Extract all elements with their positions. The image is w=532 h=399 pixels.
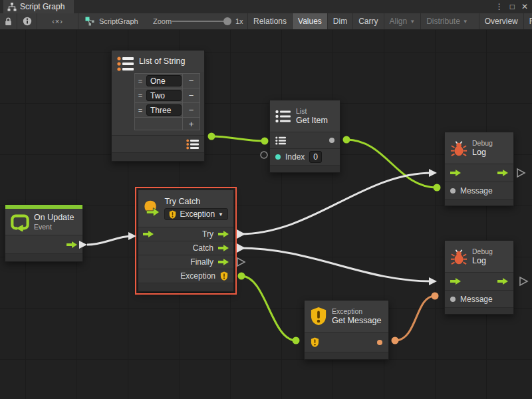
index-label: Index <box>285 152 305 162</box>
remove-item-button[interactable]: − <box>182 103 200 117</box>
node-debug-log-bottom[interactable]: Debug Log Message <box>444 240 514 315</box>
relations-button[interactable]: Relations <box>247 13 292 29</box>
exception-port-label: Exception <box>180 271 215 281</box>
script-graph-window: Script Graph ⋮ □ ✕ ‹×› <box>0 0 532 399</box>
maximize-icon[interactable]: □ <box>510 0 515 13</box>
drag-handle-icon[interactable]: = <box>135 103 146 117</box>
try-port-row: Try <box>138 227 233 241</box>
try-output-port[interactable] <box>218 231 229 237</box>
distribute-button[interactable]: Distribute▼ <box>420 13 473 29</box>
lock-button[interactable] <box>0 13 17 29</box>
list-item-field[interactable]: One <box>146 75 182 86</box>
node-category: Debug <box>472 139 493 148</box>
node-category: Exception <box>332 307 381 316</box>
exception-dropdown-label: Exception <box>180 209 215 219</box>
flow-handle-finally-unconnected[interactable] <box>237 258 245 266</box>
window-menu-icon[interactable]: ⋮ <box>495 0 503 13</box>
align-button[interactable]: Align▼ <box>384 13 421 29</box>
node-debug-log-top[interactable]: Debug Log Message <box>444 132 514 206</box>
flow-input-port[interactable] <box>143 231 154 237</box>
drag-handle-icon[interactable]: = <box>135 88 146 102</box>
add-item-button[interactable]: + <box>182 118 200 130</box>
list-output-port-icon[interactable] <box>186 139 200 150</box>
list-editor-footer: + <box>135 118 200 130</box>
wire-onupdate-to-trycatch[interactable] <box>87 236 132 245</box>
message-input-port[interactable] <box>450 297 456 302</box>
chevron-down-icon: ▼ <box>463 19 468 25</box>
wire-try-to-debugtop[interactable] <box>239 173 432 234</box>
toolbar-button-group: Relations Values Dim Carry Align▼ Distri… <box>247 13 532 29</box>
close-icon[interactable]: ✕ <box>521 0 528 13</box>
list-editor: = One − = Two − = Three − + <box>134 73 200 130</box>
list-icon <box>117 56 134 72</box>
node-list-of-string[interactable]: List of String = One − = Two − = Three − <box>111 50 205 162</box>
node-title: List of String <box>139 57 185 66</box>
flow-handle-debugtop-out-unconnected[interactable] <box>517 169 525 177</box>
info-button[interactable] <box>17 13 37 29</box>
node-category: List <box>296 107 328 116</box>
node-footer <box>5 253 82 261</box>
exception-shield-icon <box>310 307 327 326</box>
index-input-port[interactable] <box>275 154 281 160</box>
node-footer <box>112 152 204 161</box>
flow-output-port[interactable] <box>497 278 508 285</box>
drag-handle-icon[interactable]: = <box>135 74 146 88</box>
dim-button[interactable]: Dim <box>327 13 352 29</box>
zoom-slider-knob[interactable] <box>223 17 231 25</box>
carry-button[interactable]: Carry <box>352 13 383 29</box>
finally-output-port[interactable] <box>218 259 229 265</box>
node-on-update[interactable]: On Update Event <box>5 204 83 262</box>
message-output-port[interactable] <box>377 340 382 345</box>
tab-title: Script Graph <box>20 2 65 11</box>
list-item-field[interactable]: Three <box>146 104 182 116</box>
bug-icon <box>450 248 467 265</box>
remove-item-button[interactable]: − <box>182 74 200 88</box>
window-controls: ⋮ □ ✕ <box>495 0 528 13</box>
flow-output-port[interactable] <box>497 170 508 176</box>
preview-code-button[interactable]: ‹×› <box>37 13 78 29</box>
values-button[interactable]: Values <box>292 13 327 29</box>
node-subtitle: Event <box>34 223 74 231</box>
index-value-field[interactable]: 0 <box>309 151 322 163</box>
node-get-item[interactable]: List Get Item Index 0 <box>269 100 340 173</box>
graph-hierarchy-icon <box>7 3 17 11</box>
wire-getmessage-to-debug-message[interactable] <box>395 296 435 340</box>
wire-catch-to-debugbottom[interactable] <box>239 248 432 281</box>
flow-input-port[interactable] <box>450 170 461 176</box>
fullscreen-button[interactable]: Full Screen <box>523 13 532 29</box>
finally-port-row: Finally <box>138 255 233 269</box>
toolbar-left-group: ‹×› <box>0 13 78 29</box>
wire-exception-to-getmessage[interactable] <box>241 276 296 340</box>
zoom-slider[interactable] <box>172 21 230 22</box>
list-item-row: = Three − <box>135 103 200 118</box>
list-item-row: = One − <box>135 74 200 88</box>
message-input-port[interactable] <box>450 188 456 194</box>
exception-input-port[interactable] <box>311 337 319 347</box>
graph-name-label: ScriptGraph <box>99 17 138 25</box>
tab-script-graph[interactable]: Script Graph <box>3 0 74 13</box>
wire-list-to-getitem[interactable] <box>211 136 265 141</box>
exception-type-dropdown[interactable]: Exception ▼ <box>164 208 228 220</box>
tab-bar: Script Graph ⋮ □ ✕ <box>0 0 532 13</box>
overview-button[interactable]: Overview <box>479 13 523 29</box>
exception-output-port[interactable] <box>220 271 228 281</box>
node-footer <box>445 307 513 314</box>
graph-canvas[interactable]: List of String = One − = Two − = Three − <box>0 30 532 399</box>
item-output-port[interactable] <box>329 138 334 143</box>
remove-item-button[interactable]: − <box>182 88 200 102</box>
list-item-field[interactable]: Two <box>146 90 182 101</box>
node-title: Get Item <box>296 116 328 126</box>
flow-input-port[interactable] <box>450 278 461 285</box>
lock-icon <box>5 17 12 26</box>
port-handle-index-unconnected[interactable] <box>261 152 267 158</box>
message-row: Message <box>445 182 513 199</box>
catch-output-port[interactable] <box>218 245 229 251</box>
catch-port-row: Catch <box>138 241 233 255</box>
flow-output-port[interactable] <box>66 241 77 248</box>
flow-handle-debugbottom-out-unconnected[interactable] <box>520 277 527 285</box>
node-try-catch[interactable]: Try Catch Exception ▼ Try <box>138 190 234 292</box>
list-input-port-icon[interactable] <box>275 136 287 145</box>
node-title: Try Catch <box>164 197 228 207</box>
node-get-message[interactable]: Exception Get Message <box>304 300 389 360</box>
output-port-row <box>112 135 204 152</box>
